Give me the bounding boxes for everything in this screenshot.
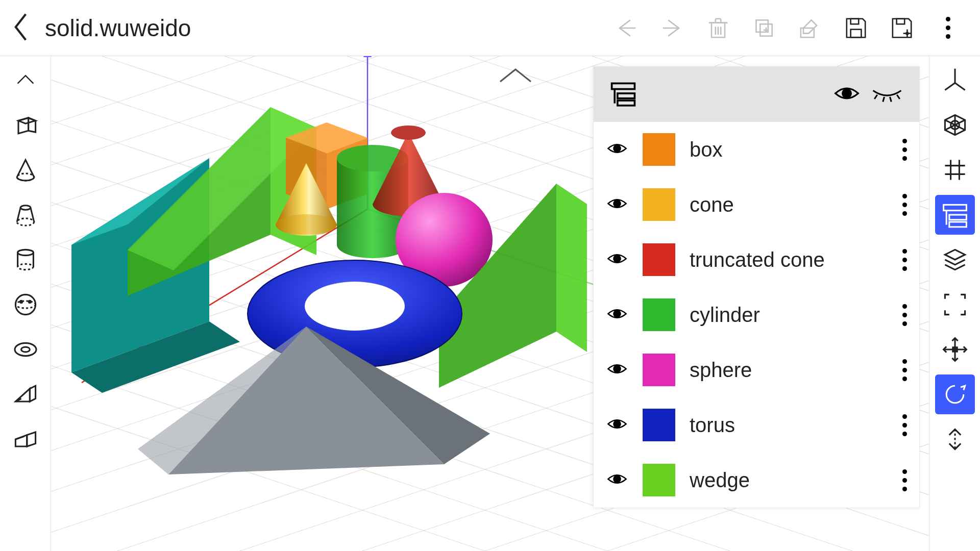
color-swatch (643, 354, 675, 386)
layer-label: box (690, 138, 888, 161)
tool-layers[interactable] (935, 240, 975, 280)
layer-row[interactable]: box (594, 122, 919, 177)
svg-point-27 (17, 218, 34, 226)
layer-label: cone (690, 193, 888, 216)
svg-point-34 (15, 343, 36, 356)
left-toolbar (0, 56, 51, 551)
svg-point-94 (305, 282, 405, 331)
viewport-3d[interactable]: boxconetruncated conecylinderspheretorus… (51, 56, 929, 551)
layer-list: boxconetruncated conecylinderspheretorus… (594, 122, 919, 508)
layer-row[interactable]: wedge (594, 453, 919, 508)
tool-bounds[interactable] (935, 285, 975, 324)
layer-row[interactable]: cylinder (594, 287, 919, 342)
layer-more-icon[interactable] (902, 414, 907, 436)
tool-cone[interactable] (6, 150, 45, 190)
back-button[interactable] (12, 13, 31, 43)
layer-more-icon[interactable] (902, 194, 907, 216)
tool-box[interactable] (6, 105, 45, 145)
file-title: solid.wuweido (45, 14, 191, 42)
tool-move[interactable] (935, 330, 975, 369)
layer-label: sphere (690, 359, 888, 382)
color-swatch (643, 464, 675, 496)
svg-point-110 (614, 255, 620, 262)
layer-row[interactable]: torus (594, 397, 919, 453)
svg-line-106 (890, 97, 892, 102)
eye-icon[interactable] (606, 192, 628, 217)
color-swatch (643, 298, 675, 331)
eye-icon[interactable] (606, 247, 628, 272)
svg-line-104 (874, 95, 877, 99)
svg-rect-129 (949, 222, 966, 227)
svg-rect-101 (618, 101, 635, 106)
svg-marker-131 (945, 249, 965, 260)
color-swatch (643, 188, 675, 221)
tool-prism[interactable] (6, 419, 45, 459)
layer-more-icon[interactable] (902, 249, 907, 271)
layer-label: wedge (690, 469, 888, 492)
eye-icon[interactable] (606, 358, 628, 382)
layer-label: cylinder (690, 304, 888, 327)
svg-point-111 (614, 310, 620, 317)
layer-more-icon[interactable] (902, 359, 907, 381)
tool-scale[interactable] (935, 419, 975, 459)
eye-icon[interactable] (606, 303, 628, 327)
show-all-button[interactable] (832, 79, 861, 110)
hide-all-button[interactable] (870, 79, 904, 110)
layer-more-icon[interactable] (902, 469, 907, 491)
layer-more-icon[interactable] (902, 304, 907, 326)
outliner-tree-icon[interactable] (609, 79, 638, 110)
tool-wedge[interactable] (6, 374, 45, 414)
tool-rotate[interactable] (935, 374, 975, 414)
layer-row[interactable]: sphere (594, 342, 919, 397)
svg-point-112 (614, 365, 620, 372)
overflow-menu-button[interactable] (928, 8, 968, 48)
svg-rect-17 (851, 18, 859, 23)
outliner-header (594, 67, 919, 122)
tool-cylinder[interactable] (6, 240, 45, 280)
tool-sphere[interactable] (6, 285, 45, 324)
svg-rect-100 (618, 93, 635, 98)
svg-marker-74 (363, 56, 372, 57)
tool-grid[interactable] (935, 150, 975, 190)
svg-point-103 (843, 89, 851, 98)
collapse-left-toolbar[interactable] (6, 60, 45, 100)
layer-more-icon[interactable] (902, 139, 907, 161)
eye-icon[interactable] (606, 413, 628, 437)
svg-point-35 (21, 347, 30, 352)
svg-point-86 (276, 214, 337, 235)
tool-axes[interactable] (935, 60, 975, 100)
svg-rect-99 (612, 83, 635, 89)
color-swatch (643, 243, 675, 276)
svg-point-26 (20, 206, 31, 210)
tool-frustum[interactable] (6, 195, 45, 235)
layer-row[interactable]: truncated cone (594, 232, 919, 287)
svg-rect-18 (897, 18, 905, 23)
edit-button[interactable] (790, 8, 830, 48)
save-as-button[interactable] (882, 8, 922, 48)
save-button[interactable] (836, 8, 876, 48)
right-toolbar (929, 56, 980, 551)
svg-point-30 (15, 294, 35, 314)
app-root: solid.wuweido (0, 0, 980, 551)
delete-button[interactable] (698, 8, 738, 48)
svg-marker-92 (556, 184, 587, 352)
svg-rect-127 (943, 205, 966, 210)
tool-outliner[interactable] (935, 195, 975, 235)
svg-line-117 (955, 83, 965, 90)
main: boxconetruncated conecylinderspheretorus… (0, 56, 980, 551)
duplicate-button[interactable] (744, 8, 784, 48)
tool-view-fit[interactable] (935, 105, 975, 145)
tool-torus[interactable] (6, 330, 45, 369)
layer-row[interactable]: cone (594, 177, 919, 232)
eye-icon[interactable] (606, 468, 628, 492)
svg-line-105 (883, 97, 885, 102)
undo-button[interactable] (606, 8, 646, 48)
topbar-actions (606, 8, 968, 48)
svg-point-88 (391, 126, 426, 140)
redo-button[interactable] (652, 8, 692, 48)
eye-icon[interactable] (606, 137, 628, 162)
svg-marker-37 (30, 386, 35, 402)
svg-rect-128 (949, 215, 966, 220)
svg-marker-40 (27, 432, 35, 446)
svg-point-28 (17, 249, 33, 255)
